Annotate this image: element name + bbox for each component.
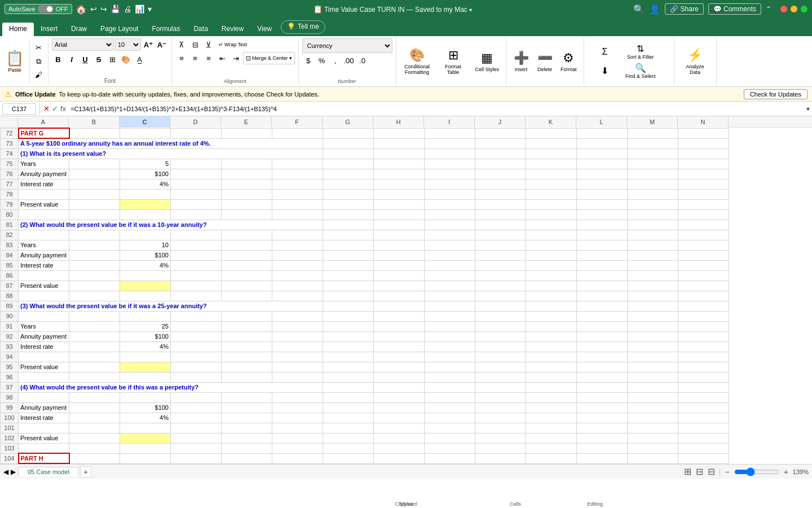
cell-n75[interactable] [678,159,729,169]
tell-me-button[interactable]: 💡 Tell me [281,20,325,34]
cell-e87[interactable] [222,281,272,291]
cell-k84[interactable] [526,250,577,260]
cell-k79[interactable] [526,199,577,209]
cell-e102[interactable] [222,433,272,443]
cell-n101[interactable] [678,423,729,433]
cell-b76[interactable] [69,169,120,179]
cell-i85[interactable] [425,260,475,270]
cell-m86[interactable] [628,270,678,281]
prev-sheet-button[interactable]: ◀ [3,468,8,476]
cell-m91[interactable] [628,321,678,331]
cell-l84[interactable] [577,250,628,260]
cell-k88[interactable] [526,291,577,301]
cell-m90[interactable] [628,311,678,321]
increase-font-button[interactable]: A⁺ [142,38,155,51]
cell-n76[interactable] [678,169,729,179]
cell-b85[interactable] [69,260,120,270]
cell-m84[interactable] [628,250,678,260]
save-icon[interactable]: 💾 [111,5,120,14]
undo-icon[interactable]: ↩ [90,5,97,14]
cell-k82[interactable] [526,230,577,240]
cell-c101[interactable] [120,423,171,433]
cell-m75[interactable] [628,159,678,169]
cell-a80[interactable] [19,209,69,220]
cell-a97[interactable]: (4) What would the present value be if t… [19,382,323,392]
col-header-g[interactable]: G [323,116,373,128]
merge-center-button[interactable]: ⊡ Merge & Center ▾ [243,52,295,64]
cell-b98[interactable] [69,392,120,402]
cell-k81[interactable] [526,220,577,230]
cell-h72[interactable] [374,128,425,138]
redo-icon[interactable]: ↪ [100,5,107,14]
cell-a102[interactable]: Present value [19,433,69,443]
comments-button[interactable]: 💬 Comments [708,3,761,15]
cell-g91[interactable] [323,321,374,331]
cell-b79[interactable] [69,199,120,209]
tab-formulas[interactable]: Formulas [145,23,187,36]
cell-h89[interactable] [374,301,425,311]
cell-i93[interactable] [425,341,475,352]
cell-f75[interactable] [272,159,323,169]
print-icon[interactable]: 🖨 [123,5,131,14]
cell-e80[interactable] [222,209,272,220]
cell-n86[interactable] [678,270,729,281]
cell-l72[interactable] [577,128,628,138]
cell-g95[interactable] [323,362,374,372]
cell-g104[interactable] [323,453,374,463]
cell-d104[interactable] [171,453,222,463]
cell-k99[interactable] [526,402,577,413]
cell-c80[interactable] [120,209,171,220]
cell-e104[interactable] [222,453,272,463]
cell-c88[interactable] [120,291,171,301]
accounting-button[interactable]: $ [302,54,315,67]
cell-j74[interactable] [475,148,526,159]
analyze-data-button[interactable]: ⚡ Analyze Data [678,42,713,81]
cell-j84[interactable] [475,250,526,260]
cell-e103[interactable] [222,443,272,453]
cell-m103[interactable] [628,443,678,453]
cell-g88[interactable] [323,291,374,301]
cell-n78[interactable] [678,189,729,199]
present-icon[interactable]: 📊 [135,5,144,14]
cell-h87[interactable] [374,281,425,291]
cell-g79[interactable] [323,199,374,209]
cell-f88[interactable] [272,291,323,301]
cell-h97[interactable] [374,382,425,392]
cell-l93[interactable] [577,341,628,352]
cell-b100[interactable] [69,413,120,423]
cell-j87[interactable] [475,281,526,291]
cell-f100[interactable] [272,413,323,423]
cell-f84[interactable] [272,250,323,260]
cell-i97[interactable] [425,382,475,392]
cell-j73[interactable] [475,138,526,148]
formula-input[interactable]: =C134/(1+B135)^1+D134/(1+B135)^2+E134/(1… [68,103,804,115]
cell-m89[interactable] [628,301,678,311]
cell-h99[interactable] [374,402,425,413]
tab-draw[interactable]: Draw [64,23,94,36]
cell-i81[interactable] [425,220,475,230]
align-right-button[interactable]: ≡ [202,52,215,64]
ribbon-collapse-icon[interactable]: ⌃ [766,5,771,13]
cell-g83[interactable] [323,240,374,250]
cell-f95[interactable] [272,362,323,372]
borders-button[interactable]: ⊞ [106,53,118,65]
align-center-button[interactable]: ≡ [189,52,201,64]
cell-j98[interactable] [475,392,526,402]
cell-g84[interactable] [323,250,374,260]
cell-m104[interactable] [628,453,678,463]
cell-g76[interactable] [323,169,374,179]
cell-h98[interactable] [374,392,425,402]
cell-i88[interactable] [425,291,475,301]
cell-n95[interactable] [678,362,729,372]
cell-a84[interactable]: Annuity payment [19,250,69,260]
cell-n98[interactable] [678,392,729,402]
cell-g72[interactable] [323,128,374,138]
cell-k91[interactable] [526,321,577,331]
cell-c86[interactable] [120,270,171,281]
confirm-icon[interactable]: ✓ [52,104,58,113]
view-normal-button[interactable]: ⊞ [684,466,691,477]
font-family-select[interactable]: Arial [52,38,114,51]
indent-increase-button[interactable]: ⇥ [230,52,242,64]
cell-k96[interactable] [526,372,577,382]
cell-g102[interactable] [323,433,374,443]
